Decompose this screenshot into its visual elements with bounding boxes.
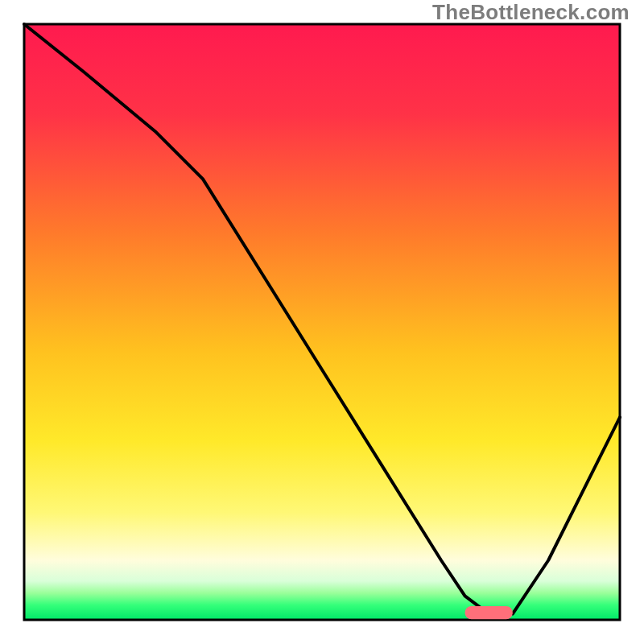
- optimal-marker: [465, 606, 513, 619]
- plot-background: [24, 24, 620, 620]
- chart-container: TheBottleneck.com: [0, 0, 644, 644]
- bottleneck-chart: [0, 0, 644, 644]
